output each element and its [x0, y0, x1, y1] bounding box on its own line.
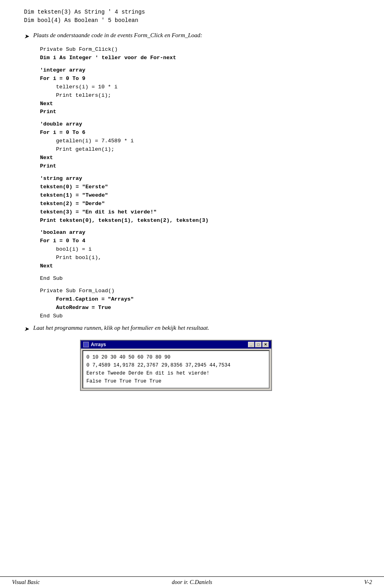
code-line-25: End Sub — [40, 275, 360, 283]
minimize-button[interactable]: _ — [248, 342, 254, 347]
code-line-29: End Sub — [40, 312, 360, 321]
window-body: 0 10 20 30 40 50 60 70 80 90 0 7,4589 14… — [82, 350, 270, 389]
window-title-left: Arrays — [83, 342, 106, 347]
footer-right: V-2 — [252, 579, 372, 586]
bullet2-arrow: ➤ — [24, 325, 29, 333]
code-line-6: Next — [40, 100, 360, 108]
code-line-24: Next — [40, 262, 360, 271]
code-line-7: Print — [40, 108, 360, 116]
window-line3: Eerste Tweede Derde En dit is het vierde… — [86, 369, 266, 377]
code-line-21: For i = 0 To 4 — [40, 237, 360, 245]
page-content: Dim teksten(3) As String ' 4 strings Dim… — [0, 0, 384, 422]
code-line-13: Print — [40, 162, 360, 171]
bullet2-section: ➤ Laat het programma runnen, klik op het… — [24, 325, 360, 333]
code-line-0: Private Sub Form_Click() — [40, 46, 360, 54]
code-line-8: 'double array — [40, 120, 360, 129]
close-button[interactable]: ✕ — [262, 342, 269, 347]
top-code-line2: Dim bool(4) As Boolean ' 5 boolean — [24, 16, 360, 25]
code-line-1: Dim i As Integer ' teller voor de For-ne… — [40, 54, 360, 62]
window-line4: False True True True True — [86, 377, 266, 385]
window-line1: 0 10 20 30 40 50 60 70 80 90 — [86, 353, 266, 361]
top-code-block: Dim teksten(3) As String ' 4 strings Dim… — [24, 8, 360, 25]
code-line-11: Print getallen(i); — [56, 146, 360, 154]
code-line-23: Print bool(i), — [56, 254, 360, 262]
bullet1-section: ➤ Plaats de onderstaande code in de even… — [24, 32, 360, 40]
code-line-10: getallen(i) = 7.4589 * i — [56, 137, 360, 146]
top-code-line1: Dim teksten(3) As String ' 4 strings — [24, 8, 360, 16]
maximize-button[interactable]: □ — [255, 342, 262, 347]
window-controls[interactable]: _ □ ✕ — [248, 342, 269, 347]
code-line-28: AutoRedraw = True — [56, 304, 360, 312]
code-line-17: teksten(2) = "Derde" — [40, 200, 360, 208]
code-line-12: Next — [40, 154, 360, 162]
footer-center: door ir. C.Daniels — [132, 579, 252, 586]
code-line-5: Print tellers(i); — [56, 92, 360, 100]
footer: Visual Basic door ir. C.Daniels V-2 — [0, 576, 384, 588]
code-line-2: 'integer array — [40, 66, 360, 75]
code-block: Private Sub Form_Click() Dim i As Intege… — [40, 46, 360, 321]
bullet1-text: Plaats de onderstaande code in de events… — [33, 32, 202, 40]
code-line-16: teksten(1) = "Tweede" — [40, 191, 360, 200]
form-icon — [83, 342, 89, 347]
code-line-18: teksten(3) = "En dit is het vierde!" — [40, 208, 360, 217]
code-line-4: tellers(i) = 10 * i — [56, 83, 360, 92]
code-line-20: 'boolean array — [40, 229, 360, 237]
window-title: Arrays — [91, 342, 106, 347]
code-line-26: Private Sub Form_Load() — [40, 287, 360, 295]
bullet1-arrow: ➤ — [24, 33, 29, 40]
code-line-22: bool(i) = i — [56, 245, 360, 254]
code-line-19: Print teksten(0), teksten(1), teksten(2)… — [40, 217, 360, 225]
bullet2-text: Laat het programma runnen, klik op het f… — [33, 325, 209, 333]
code-line-9: For i = 0 To 6 — [40, 129, 360, 137]
window-screenshot: Arrays _ □ ✕ 0 10 20 30 40 50 60 70 80 9… — [80, 340, 272, 391]
code-line-14: 'string array — [40, 175, 360, 183]
window-titlebar: Arrays _ □ ✕ — [81, 341, 271, 349]
window-line2: 0 7,4589 14,9178 22,3767 29,8356 37,2945… — [86, 361, 266, 369]
code-line-3: For i = 0 To 9 — [40, 75, 360, 83]
code-line-15: teksten(0) = "Eerste" — [40, 183, 360, 191]
code-line-27: Form1.Caption = "Arrays" — [56, 295, 360, 304]
footer-left: Visual Basic — [12, 579, 132, 586]
